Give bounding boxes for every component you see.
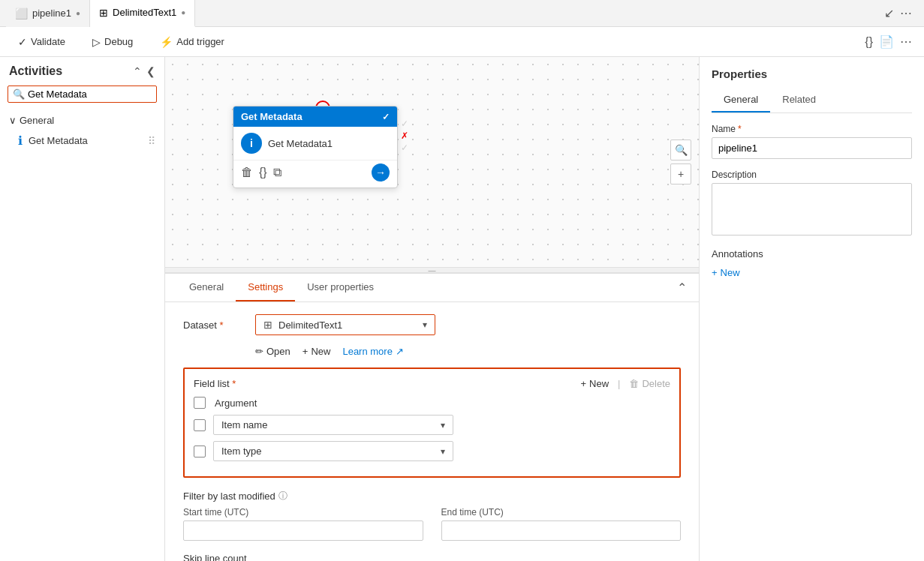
tab-user-properties[interactable]: User properties [295,274,386,302]
properties-header: Properties General Related [700,57,924,124]
collapse-icon[interactable]: ⌃ [133,65,142,77]
search-icon: 🔍 [13,88,25,100]
delimited-icon: ⊞ [99,7,108,19]
properties-body: Name * Description Annotations + New [700,124,924,561]
canvas[interactable]: Get Metadata ✓ i Get Metadata1 🗑 {} ⧉ → [165,57,699,267]
validate-label: Validate [31,36,65,47]
add-trigger-label: Add trigger [176,36,224,47]
field-plus-icon: + [580,378,586,389]
item-name-checkbox[interactable] [194,419,206,431]
toolbar-more-icon[interactable]: ⋯ [900,34,912,49]
doc-icon[interactable]: 📄 [879,34,894,49]
field-action-separator: | [618,378,620,389]
node-delete-icon[interactable]: 🗑 [241,166,253,179]
group-label: General [20,115,54,126]
sidebar: Activities ⌃ ❮ 🔍 ∨ General ℹ Get Metadat… [0,57,165,561]
prop-new-btn[interactable]: + New [712,267,912,278]
validate-icon: ✓ [18,36,27,48]
bottom-tabs-left: General Settings User properties [177,274,386,302]
trigger-icon: ⚡ [160,36,173,48]
sidebar-header-icons: ⌃ ❮ [133,65,155,77]
tab-general[interactable]: General [177,274,236,302]
resize-handle[interactable]: — [165,267,699,273]
external-link-icon: ↗ [396,346,404,357]
nav-icon[interactable]: ❮ [146,65,155,77]
activity-node: Get Metadata ✓ i Get Metadata1 🗑 {} ⧉ → [233,106,398,188]
debug-icon: ▷ [92,36,101,48]
panel-collapse-icon[interactable]: ⌃ [677,280,687,295]
tab-delimitedtext1[interactable]: ⊞ DelimitedText1 ● [90,0,195,27]
dataset-dropdown[interactable]: ⊞ DelimitedText1 ▾ [255,314,435,335]
tab-pipeline1[interactable]: ⬜ pipeline1 ● [6,0,90,27]
node-arrow-icon[interactable]: → [372,164,390,182]
debug-button[interactable]: ▷ Debug [86,33,139,51]
dataset-chevron-icon: ▾ [423,320,427,330]
restore-icon[interactable]: ↙ [884,6,894,20]
add-trigger-button[interactable]: ⚡ Add trigger [154,33,230,51]
prop-tab-general[interactable]: General [712,88,770,112]
field-new-btn[interactable]: + New [580,378,609,389]
item-name-dropdown[interactable]: Item name ▾ [213,415,453,435]
item-type-text: Item type [221,446,435,457]
toolbar-right: {} 📄 ⋯ [865,34,912,49]
item-type-checkbox[interactable] [194,446,206,458]
properties-tabs: General Related [712,88,912,113]
new-action[interactable]: + New [302,346,331,357]
sidebar-item-label: Get Metadata [29,135,88,146]
item-type-chevron: ▾ [441,446,445,457]
tab-pipeline1-close[interactable]: ● [76,9,80,17]
filter-start-input[interactable] [183,520,423,541]
sidebar-item-get-metadata[interactable]: ℹ Get Metadata ⠿ [0,129,164,152]
bottom-tabs: General Settings User properties ⌃ [165,274,699,302]
node-side-actions: ✓ ✗ ✓ [401,118,408,153]
node-action-cross: ✗ [401,130,408,141]
filter-info-icon[interactable]: ⓘ [278,490,287,502]
filter-end-input[interactable] [441,520,682,541]
toolbar: ✓ Validate ▷ Debug ⚡ Add trigger {} 📄 ⋯ [0,27,924,57]
filter-start-field: Start time (UTC) [183,507,423,541]
sidebar-group-header[interactable]: ∨ General [0,112,164,129]
prop-plus-icon: + [712,267,718,278]
drag-handle-icon[interactable]: ⠿ [148,135,155,147]
field-delete-icon: 🗑 [629,378,639,389]
prop-name-field: Name * [712,124,912,159]
pipeline-icon: ⬜ [15,8,28,20]
bottom-panel: General Settings User properties ⌃ Datas… [165,273,699,561]
node-code-icon[interactable]: {} [259,166,267,179]
prop-description-label: Description [712,170,912,180]
item-type-dropdown[interactable]: Item type ▾ [213,441,453,461]
sidebar-title: Activities [9,64,62,78]
more-options-icon[interactable]: ⋯ [900,6,912,20]
canvas-zoom-in-btn[interactable]: + [670,164,691,184]
properties-panel: Properties General Related Name * [699,57,924,561]
dataset-dropdown-text: DelimitedText1 [278,320,417,331]
node-body-label: Get Metadata1 [268,138,333,149]
prop-name-input[interactable] [712,137,912,159]
filter-row: Start time (UTC) End time (UTC) [183,507,681,541]
node-success-icon[interactable]: ✓ [382,112,390,122]
argument-checkbox[interactable] [194,397,206,409]
sidebar-group-general: ∨ General ℹ Get Metadata ⠿ [0,109,164,155]
open-action[interactable]: ✏ Open [255,346,290,357]
canvas-search-btn[interactable]: 🔍 [670,140,691,160]
code-icon[interactable]: {} [865,35,873,49]
prop-annotations-label: Annotations [712,248,912,260]
get-metadata-icon: ℹ [18,134,23,148]
node-copy-icon[interactable]: ⧉ [273,166,281,179]
filter-start-label: Start time (UTC) [183,507,423,518]
activity-node-header: Get Metadata ✓ [233,106,397,127]
prop-description-input[interactable] [712,183,912,236]
field-argument-row: Argument [194,397,670,409]
main-layout: Activities ⌃ ❮ 🔍 ∨ General ℹ Get Metadat… [0,57,924,561]
learn-more-link[interactable]: Learn more ↗ [342,346,403,357]
field-delete-btn[interactable]: 🗑 Delete [629,378,670,389]
pencil-icon: ✏ [255,346,263,357]
tab-delimitedtext1-close[interactable]: ● [181,8,185,16]
search-box[interactable]: 🔍 [8,86,157,103]
filter-end-label: End time (UTC) [441,507,682,518]
search-input[interactable] [28,88,154,100]
tab-settings[interactable]: Settings [236,274,295,302]
validate-button[interactable]: ✓ Validate [12,33,71,51]
field-row-item-name: Item name ▾ [194,415,670,435]
prop-tab-related[interactable]: Related [770,88,828,112]
